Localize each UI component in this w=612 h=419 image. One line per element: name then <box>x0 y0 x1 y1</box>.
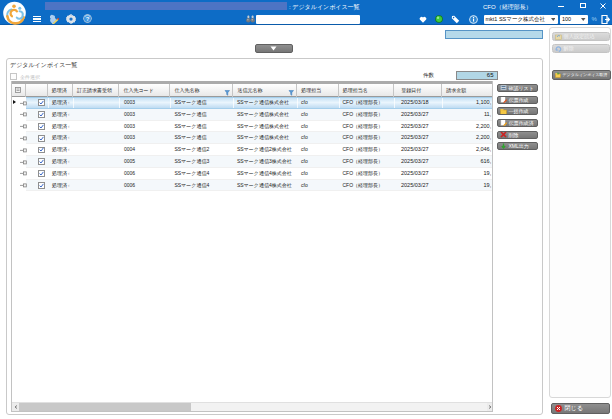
svg-text:?: ? <box>86 16 90 22</box>
